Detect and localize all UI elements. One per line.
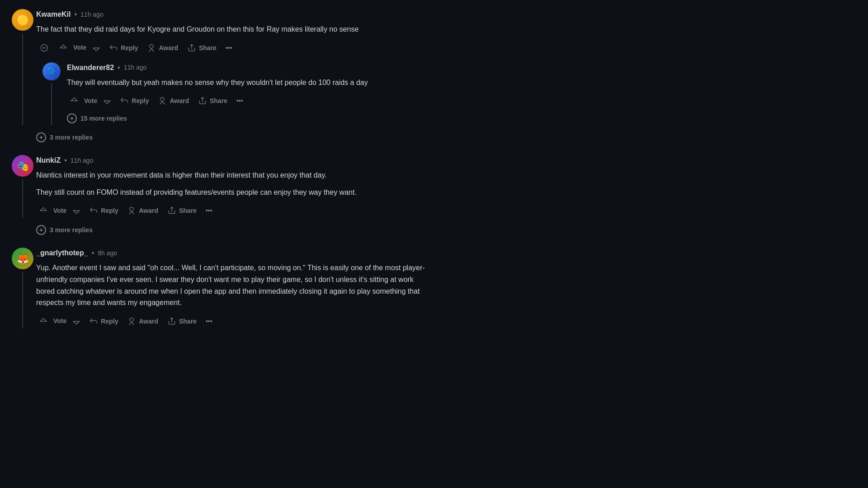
avatar: 🎭 bbox=[12, 155, 33, 177]
username: Elwanderer82 bbox=[67, 62, 114, 73]
reply-icon bbox=[89, 206, 98, 215]
timestamp: 11h ago bbox=[71, 156, 94, 165]
comment-kwamekil: 🟡 KwameKil • 11h ago The fact that they … bbox=[9, 9, 425, 144]
comment-header: NunkiZ • 11h ago bbox=[36, 155, 425, 166]
more-replies-icon: + bbox=[36, 225, 46, 235]
nested-more-replies-button[interactable]: + 15 more replies bbox=[67, 112, 127, 125]
award-button[interactable]: Award bbox=[123, 203, 162, 218]
reply-icon bbox=[109, 43, 118, 52]
more-options-button[interactable]: ••• bbox=[233, 94, 247, 107]
nested-left-col: 🔵 bbox=[36, 62, 67, 126]
comment-text-1: Niantics interest in your movement data … bbox=[36, 169, 425, 181]
downvote-icon bbox=[72, 206, 81, 215]
nested-action-bar: Vote Reply Award bbox=[67, 94, 425, 108]
award-button[interactable]: Award bbox=[154, 94, 193, 108]
downvote-button[interactable] bbox=[69, 314, 84, 328]
more-options-button[interactable]: ••• bbox=[202, 315, 216, 328]
comment-header: _gnarlythotep_ • 8h ago bbox=[36, 248, 425, 258]
award-button[interactable]: Award bbox=[123, 314, 162, 328]
downvote-button[interactable] bbox=[69, 203, 84, 218]
share-icon bbox=[187, 43, 196, 52]
upvote-button[interactable] bbox=[67, 94, 81, 108]
more-replies-icon: + bbox=[36, 132, 46, 142]
vote-section: Vote bbox=[36, 314, 84, 328]
nested-body-area: Elwanderer82 • 11h ago They will eventua… bbox=[67, 62, 425, 126]
vote-section: Vote bbox=[36, 203, 84, 218]
reply-button[interactable]: Reply bbox=[85, 314, 122, 328]
downvote-button[interactable] bbox=[100, 94, 114, 108]
share-button[interactable]: Share bbox=[194, 94, 231, 108]
username: _gnarlythotep_ bbox=[36, 248, 88, 258]
share-icon bbox=[167, 317, 176, 326]
collapse-button[interactable] bbox=[36, 41, 52, 55]
more-replies-row: + 3 more replies bbox=[36, 131, 425, 144]
more-options-button[interactable]: ••• bbox=[202, 204, 216, 217]
vote-label: Vote bbox=[52, 206, 68, 216]
more-replies-button[interactable]: + 3 more replies bbox=[36, 223, 93, 237]
upvote-icon bbox=[39, 317, 48, 326]
share-icon bbox=[167, 206, 176, 215]
comment-left-col: 🦊 bbox=[9, 248, 36, 328]
svg-point-3 bbox=[160, 98, 164, 101]
action-bar: Vote Reply Award S bbox=[36, 203, 425, 218]
vote-section: Vote bbox=[67, 94, 114, 108]
reply-button[interactable]: Reply bbox=[105, 41, 142, 55]
upvote-icon bbox=[59, 43, 68, 52]
award-button[interactable]: Award bbox=[143, 41, 182, 55]
downvote-icon bbox=[103, 96, 112, 105]
nested-thread-line bbox=[51, 83, 52, 126]
action-bar: Vote Reply Award S bbox=[36, 41, 425, 55]
award-icon bbox=[147, 43, 156, 52]
vote-section: Vote bbox=[56, 41, 104, 55]
svg-point-5 bbox=[130, 318, 133, 321]
award-icon bbox=[127, 317, 136, 326]
share-button[interactable]: Share bbox=[164, 314, 200, 328]
downvote-icon bbox=[72, 317, 81, 326]
more-replies-icon: + bbox=[67, 113, 77, 123]
vote-label: Vote bbox=[52, 316, 68, 326]
downvote-button[interactable] bbox=[89, 41, 104, 55]
avatar: 🦊 bbox=[12, 248, 33, 269]
reply-button[interactable]: Reply bbox=[85, 203, 122, 218]
comment-nunkiz: 🎭 NunkiZ • 11h ago Niantics interest in … bbox=[9, 155, 425, 237]
action-bar: Vote Reply Award S bbox=[36, 314, 425, 328]
reply-button[interactable]: Reply bbox=[116, 94, 152, 108]
timestamp: 11h ago bbox=[80, 10, 104, 19]
nested-comment-header: Elwanderer82 • 11h ago bbox=[67, 62, 425, 73]
comment-text: Yup. Another event I saw and said "oh co… bbox=[36, 262, 425, 308]
comment-body-area: _gnarlythotep_ • 8h ago Yup. Another eve… bbox=[36, 248, 425, 328]
more-options-button[interactable]: ••• bbox=[222, 42, 236, 54]
downvote-icon bbox=[92, 43, 101, 52]
avatar: 🔵 bbox=[42, 62, 61, 80]
upvote-icon bbox=[39, 206, 48, 215]
comment-body-area: NunkiZ • 11h ago Niantics interest in yo… bbox=[36, 155, 425, 218]
vote-label: Vote bbox=[71, 43, 88, 52]
upvote-button[interactable] bbox=[56, 41, 71, 55]
comment-left-col: 🎭 bbox=[9, 155, 36, 218]
username: NunkiZ bbox=[36, 155, 61, 166]
upvote-button[interactable] bbox=[36, 314, 51, 328]
comment-text: They will eventually but yeah makes no s… bbox=[67, 77, 425, 89]
comment-gnarlythotep: 🦊 _gnarlythotep_ • 8h ago Yup. Another e… bbox=[9, 248, 425, 328]
comment-body-area: KwameKil • 11h ago The fact that they di… bbox=[36, 9, 425, 125]
username: KwameKil bbox=[36, 9, 71, 20]
share-button[interactable]: Share bbox=[164, 203, 200, 218]
timestamp: 11h ago bbox=[124, 63, 147, 72]
comment-thread: 🟡 KwameKil • 11h ago The fact that they … bbox=[0, 9, 434, 328]
more-replies-button[interactable]: + 3 more replies bbox=[36, 131, 93, 144]
share-button[interactable]: Share bbox=[184, 41, 220, 55]
timestamp: 8h ago bbox=[98, 249, 117, 258]
share-icon bbox=[198, 96, 207, 105]
award-icon bbox=[158, 96, 167, 105]
upvote-button[interactable] bbox=[36, 203, 51, 218]
comment-header: KwameKil • 11h ago bbox=[36, 9, 425, 20]
more-replies-row: + 3 more replies bbox=[36, 223, 425, 237]
nested-comment-elwanderer: 🔵 Elwanderer82 • 11h ago They will event… bbox=[36, 62, 425, 126]
comment-text: The fact that they did raid days for Kyo… bbox=[36, 23, 425, 35]
upvote-icon bbox=[70, 96, 79, 105]
collapse-icon bbox=[40, 43, 49, 52]
svg-point-4 bbox=[130, 207, 133, 211]
comment-text-2: They still count on FOMO instead of prov… bbox=[36, 187, 425, 198]
vote-label: Vote bbox=[82, 96, 99, 106]
reply-icon bbox=[89, 317, 98, 326]
